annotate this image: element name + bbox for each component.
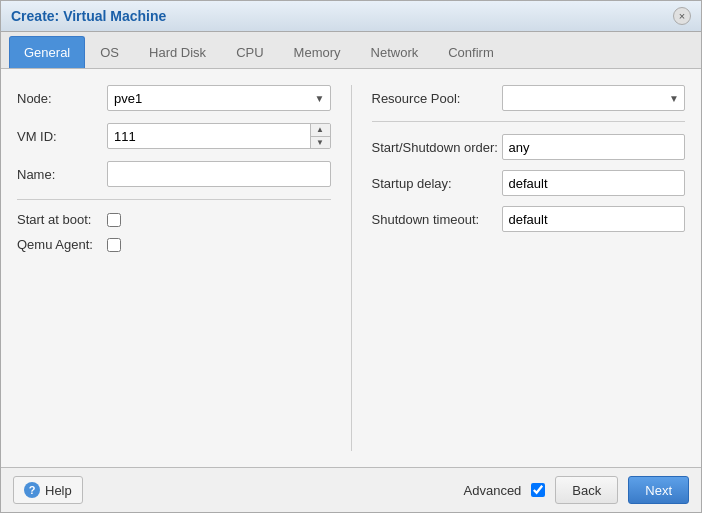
name-row: Name: bbox=[17, 161, 331, 187]
tab-confirm[interactable]: Confirm bbox=[433, 36, 509, 68]
back-button[interactable]: Back bbox=[555, 476, 618, 504]
next-button[interactable]: Next bbox=[628, 476, 689, 504]
resource-pool-select-wrapper: ▼ bbox=[502, 85, 686, 111]
shutdown-timeout-input[interactable] bbox=[502, 206, 686, 232]
help-icon: ? bbox=[24, 482, 40, 498]
qemu-agent-row: Qemu Agent: bbox=[17, 237, 331, 252]
help-label: Help bbox=[45, 483, 72, 498]
left-column: Node: pve1 ▼ VM ID: ▲ ▼ Name: bbox=[17, 85, 331, 451]
tab-os[interactable]: OS bbox=[85, 36, 134, 68]
node-select-wrapper: pve1 ▼ bbox=[107, 85, 331, 111]
advanced-checkbox[interactable] bbox=[531, 483, 545, 497]
name-input[interactable] bbox=[107, 161, 331, 187]
help-button[interactable]: ? Help bbox=[13, 476, 83, 504]
create-vm-dialog: Create: Virtual Machine × General OS Har… bbox=[0, 0, 702, 513]
tab-cpu[interactable]: CPU bbox=[221, 36, 278, 68]
vmid-spin-up[interactable]: ▲ bbox=[311, 124, 330, 137]
vmid-spin-down[interactable]: ▼ bbox=[311, 137, 330, 149]
tab-memory[interactable]: Memory bbox=[279, 36, 356, 68]
shutdown-timeout-row: Shutdown timeout: bbox=[372, 206, 686, 232]
footer-right: Advanced Back Next bbox=[464, 476, 689, 504]
vmid-row: VM ID: ▲ ▼ bbox=[17, 123, 331, 149]
vertical-separator bbox=[351, 85, 352, 451]
tab-bar: General OS Hard Disk CPU Memory Network … bbox=[1, 32, 701, 69]
start-shutdown-input[interactable] bbox=[502, 134, 686, 160]
dialog-footer: ? Help Advanced Back Next bbox=[1, 467, 701, 512]
dialog-title: Create: Virtual Machine bbox=[11, 8, 166, 24]
startup-delay-input[interactable] bbox=[502, 170, 686, 196]
start-at-boot-label: Start at boot: bbox=[17, 212, 107, 227]
node-label: Node: bbox=[17, 91, 107, 106]
start-at-boot-checkbox[interactable] bbox=[107, 213, 121, 227]
startup-delay-label: Startup delay: bbox=[372, 176, 502, 191]
name-label: Name: bbox=[17, 167, 107, 182]
form-content: Node: pve1 ▼ VM ID: ▲ ▼ Name: bbox=[1, 69, 701, 467]
right-column: Resource Pool: ▼ Start/Shutdown order: S… bbox=[372, 85, 686, 451]
separator-1 bbox=[17, 199, 331, 200]
close-button[interactable]: × bbox=[673, 7, 691, 25]
tab-network[interactable]: Network bbox=[356, 36, 434, 68]
shutdown-timeout-label: Shutdown timeout: bbox=[372, 212, 502, 227]
startup-delay-row: Startup delay: bbox=[372, 170, 686, 196]
tab-general[interactable]: General bbox=[9, 36, 85, 68]
vmid-label: VM ID: bbox=[17, 129, 107, 144]
vmid-input-wrapper: ▲ ▼ bbox=[107, 123, 331, 149]
tab-hard-disk[interactable]: Hard Disk bbox=[134, 36, 221, 68]
advanced-label: Advanced bbox=[464, 483, 522, 498]
resource-pool-row: Resource Pool: ▼ bbox=[372, 85, 686, 111]
vmid-input[interactable] bbox=[107, 123, 331, 149]
start-at-boot-row: Start at boot: bbox=[17, 212, 331, 227]
vmid-spinners: ▲ ▼ bbox=[310, 124, 330, 148]
separator-2 bbox=[372, 121, 686, 122]
dialog-header: Create: Virtual Machine × bbox=[1, 1, 701, 32]
start-shutdown-label: Start/Shutdown order: bbox=[372, 140, 502, 155]
resource-pool-label: Resource Pool: bbox=[372, 91, 502, 106]
resource-pool-select[interactable] bbox=[502, 85, 686, 111]
qemu-agent-label: Qemu Agent: bbox=[17, 237, 107, 252]
qemu-agent-checkbox[interactable] bbox=[107, 238, 121, 252]
node-select[interactable]: pve1 bbox=[107, 85, 331, 111]
start-shutdown-row: Start/Shutdown order: bbox=[372, 134, 686, 160]
node-row: Node: pve1 ▼ bbox=[17, 85, 331, 111]
